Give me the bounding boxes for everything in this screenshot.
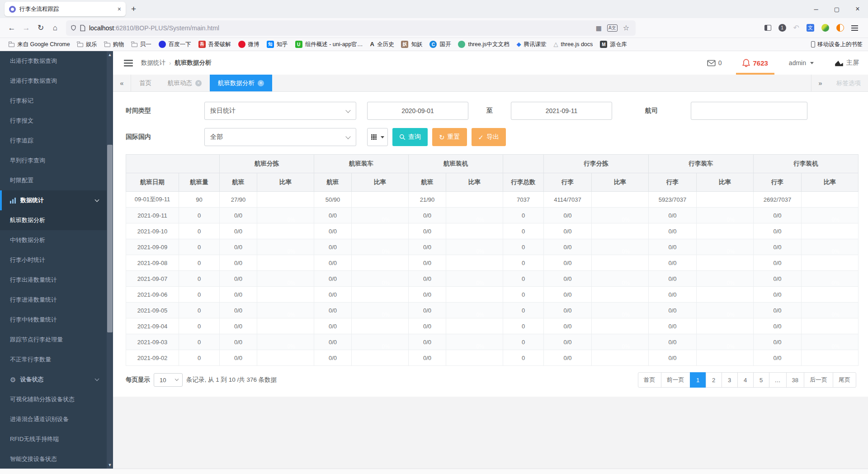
sidebar-item[interactable]: 行李追踪 xyxy=(0,131,107,151)
breadcrumb-section[interactable]: 数据统计 xyxy=(141,59,165,67)
bookmark-item[interactable]: M源仓库 xyxy=(597,39,630,50)
sidebar-item[interactable]: 时限配置 xyxy=(0,171,107,190)
page-size-select[interactable]: 10 xyxy=(154,373,183,387)
pager-item[interactable]: 后一页 xyxy=(804,372,833,388)
sidebar-item[interactable]: 行李报文 xyxy=(0,111,107,131)
time-type-select[interactable]: 按日统计 xyxy=(204,102,356,120)
scroll-down-icon[interactable]: ▼ xyxy=(107,461,113,469)
sidebar-item[interactable]: 行李标记 xyxy=(0,91,107,111)
export-button[interactable]: ✓ 导出 xyxy=(472,128,506,146)
pager-item[interactable]: 2 xyxy=(706,372,722,388)
pager-item[interactable]: 前一页 xyxy=(661,372,690,388)
sidebar-item[interactable]: 数据统计 xyxy=(0,190,107,210)
scrollbar-thumb[interactable] xyxy=(107,145,113,332)
bookmark-item[interactable]: A全历史 xyxy=(367,39,397,50)
bookmark-item[interactable]: C国开 xyxy=(426,39,454,50)
scroll-up-icon[interactable]: ▲ xyxy=(107,51,113,58)
bookmark-item[interactable]: 知知乎 xyxy=(264,39,291,50)
bookmark-item[interactable]: U组件概述 - uni-app官… xyxy=(292,39,366,50)
tabs-scroll-right-icon[interactable]: » xyxy=(811,75,829,91)
close-button[interactable]: × xyxy=(847,0,868,18)
user-menu[interactable]: admin xyxy=(789,51,814,75)
sidebar-item[interactable]: 不正常行李数量 xyxy=(0,350,107,370)
bookmark-item[interactable]: ◆腾讯课堂 xyxy=(513,39,549,50)
mobile-bookmarks[interactable]: 移动设备上的书签 xyxy=(811,41,863,48)
columns-toggle-button[interactable] xyxy=(367,128,388,146)
date-from-input[interactable] xyxy=(367,102,468,120)
bookmark-item[interactable]: 微博 xyxy=(235,39,263,50)
bookmark-item[interactable]: 贝一 xyxy=(128,39,155,50)
forward-icon[interactable]: → xyxy=(19,21,33,35)
bookmark-item[interactable]: 吾吾爱破解 xyxy=(195,39,234,50)
url-bar[interactable]: localhost:62810/BOP-PLUS/System/main.htm… xyxy=(66,20,636,36)
sidebar-item[interactable]: ⚙设备状态 xyxy=(0,370,107,389)
new-tab-button[interactable]: + xyxy=(131,4,136,14)
pager-item[interactable]: 首页 xyxy=(638,372,661,388)
reset-button[interactable]: ↻ 重置 xyxy=(432,128,467,146)
pager-item[interactable]: 38 xyxy=(786,372,804,388)
ratio-bar-label: 0% xyxy=(476,279,484,288)
sidebar-item[interactable]: 行李小时统计 xyxy=(0,250,107,270)
bookmark-item[interactable]: △three.js docs xyxy=(550,39,596,49)
pager-item[interactable]: 3 xyxy=(722,372,738,388)
undo-icon[interactable]: ↶ xyxy=(793,24,799,32)
pager-item[interactable]: 1 xyxy=(690,372,706,388)
close-icon[interactable]: × xyxy=(258,80,264,86)
menu-icon[interactable] xyxy=(851,28,858,28)
green-extension-icon[interactable] xyxy=(821,24,829,32)
sidebar-item[interactable]: 可视化辅助分拣设备状态 xyxy=(0,389,107,409)
back-icon[interactable]: ← xyxy=(5,21,19,35)
date-to-input[interactable] xyxy=(511,102,612,120)
sidebar-item[interactable]: 进港行李数据查询 xyxy=(0,71,107,91)
orange-extension-icon[interactable] xyxy=(836,24,844,32)
bookmark-item[interactable]: 来自 Google Chrome xyxy=(5,39,73,50)
sidebar-item[interactable]: 跟踪节点行李处理量 xyxy=(0,330,107,350)
browser-tab[interactable]: 行李全流程跟踪 × xyxy=(5,2,126,16)
bookmark-item[interactable]: three.js中文文档 xyxy=(455,39,512,50)
intl-domestic-select[interactable]: 全部 xyxy=(204,128,356,146)
airline-input[interactable] xyxy=(691,102,807,120)
sidebar-item[interactable]: 早到行李查询 xyxy=(0,151,107,171)
mail-button[interactable]: 0 xyxy=(707,51,722,75)
pager-item[interactable]: 4 xyxy=(737,372,754,388)
translate-icon[interactable]: A文 xyxy=(607,24,618,32)
alerts-button[interactable]: 7623 xyxy=(742,51,768,75)
tab-options-button[interactable]: 标签选项 xyxy=(829,75,868,91)
table-group-header: 航班装机 xyxy=(409,155,503,173)
sidebar-item[interactable]: RFID无线手持终端 xyxy=(0,429,107,449)
tab-item[interactable]: 航班动态× xyxy=(160,75,210,91)
bookmark-item[interactable]: 妖知妖 xyxy=(398,39,425,50)
minimize-button[interactable]: ─ xyxy=(806,0,826,18)
pager-item[interactable]: … xyxy=(769,372,787,388)
pager-item[interactable]: 5 xyxy=(753,372,769,388)
pager-item[interactable]: 尾页 xyxy=(833,372,856,388)
translate-extension-icon[interactable]: 文 xyxy=(807,24,814,32)
bookmark-item[interactable]: 购物 xyxy=(101,39,127,50)
sidebar-item[interactable]: 智能交接设备状态 xyxy=(0,449,107,469)
main-screen-button[interactable]: 主屏 xyxy=(835,51,859,75)
bookmark-star-icon[interactable]: ☆ xyxy=(621,24,631,32)
maximize-button[interactable]: ▢ xyxy=(826,0,847,18)
qr-code-icon[interactable]: ▦ xyxy=(594,24,604,32)
query-button[interactable]: 查询 xyxy=(392,128,428,146)
sidebar-item[interactable]: 中转数据分析 xyxy=(0,230,107,250)
close-icon[interactable]: × xyxy=(195,80,202,86)
tabs-scroll-left-icon[interactable]: « xyxy=(113,75,131,91)
home-icon[interactable]: ⌂ xyxy=(48,21,62,35)
sidebar-item[interactable]: 航班数据分析 xyxy=(0,210,107,230)
sidebar-item[interactable]: 进港混合通道识别设备 xyxy=(0,409,107,429)
sidebar-item[interactable]: 行李中转数量统计 xyxy=(0,310,107,330)
sidebar-item[interactable]: 行李进港数量统计 xyxy=(0,290,107,310)
tab-close-icon[interactable]: × xyxy=(118,5,121,13)
bookmark-item[interactable]: 百度一下 xyxy=(156,39,194,50)
sidebar-scrollbar[interactable]: ▲ ▼ xyxy=(107,51,113,469)
notification-badge-icon[interactable]: 1 xyxy=(778,24,786,32)
tab-item[interactable]: 首页 xyxy=(131,75,160,91)
sidebar-panel-icon[interactable] xyxy=(764,25,771,31)
bookmark-item[interactable]: 娱乐 xyxy=(74,39,100,50)
sidebar-toggle-icon[interactable] xyxy=(124,60,133,66)
sidebar-item[interactable]: 出港行李数据查询 xyxy=(0,51,107,71)
reload-icon[interactable]: ↻ xyxy=(33,21,48,35)
sidebar-item[interactable]: 行李出港数量统计 xyxy=(0,270,107,290)
tab-item[interactable]: 航班数据分析× xyxy=(210,75,272,91)
